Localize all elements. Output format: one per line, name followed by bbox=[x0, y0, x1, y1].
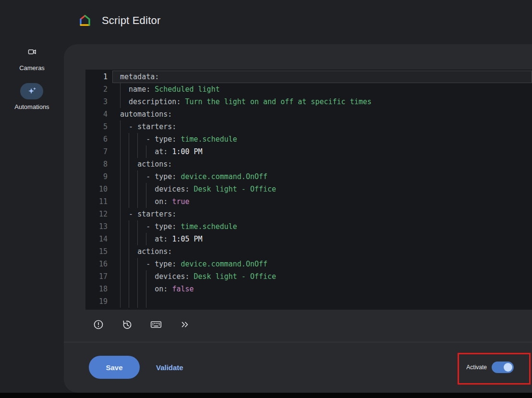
indent-guide bbox=[146, 270, 146, 283]
code-line-text: devices: Desk light - Office bbox=[112, 183, 532, 195]
sidebar-item-label: Cameras bbox=[19, 64, 45, 72]
code-editor[interactable]: 1metadata:2 name: Scheduled light3 descr… bbox=[85, 70, 532, 310]
code-line[interactable]: 14 at: 1:05 PM bbox=[85, 233, 532, 245]
toggle-knob bbox=[504, 363, 512, 372]
indent-guide bbox=[129, 245, 129, 258]
indent-guide bbox=[120, 183, 121, 195]
indent-guide bbox=[120, 121, 121, 133]
footer-divider bbox=[64, 342, 532, 342]
indent-guide bbox=[137, 270, 138, 283]
line-number: 16 bbox=[85, 258, 112, 270]
line-number: 2 bbox=[85, 83, 112, 96]
sidebar-item-automations[interactable]: Automations bbox=[14, 83, 49, 110]
header: Script Editor bbox=[0, 0, 532, 41]
code-line-text: metadata: bbox=[112, 71, 532, 83]
code-line[interactable]: 3 description: Turn the light on and off… bbox=[85, 96, 532, 108]
sparkle-icon bbox=[26, 86, 37, 96]
line-number: 9 bbox=[85, 170, 112, 183]
code-line-text: at: 1:05 PM bbox=[112, 233, 532, 245]
editor-panel: 1metadata:2 name: Scheduled light3 descr… bbox=[64, 44, 532, 393]
line-number: 13 bbox=[85, 220, 112, 233]
indent-guide bbox=[129, 170, 129, 183]
line-number: 3 bbox=[85, 96, 112, 108]
indent-guide bbox=[146, 233, 146, 245]
indent-guide bbox=[137, 133, 138, 145]
sidebar: Cameras Automations bbox=[0, 43, 64, 122]
code-line-text: automations: bbox=[112, 108, 532, 121]
code-line[interactable]: 17 devices: Desk light - Office bbox=[85, 270, 532, 283]
line-number: 1 bbox=[85, 71, 112, 83]
code-line[interactable]: 19 bbox=[85, 295, 532, 308]
active-pill bbox=[20, 83, 43, 99]
code-line[interactable]: 16 - type: device.command.OnOff bbox=[85, 258, 532, 270]
indent-guide bbox=[120, 258, 121, 270]
code-line[interactable]: 5 - starters: bbox=[85, 121, 532, 133]
code-line-text: actions: bbox=[112, 158, 532, 170]
indent-guide bbox=[129, 295, 129, 308]
code-line-text: devices: Desk light - Office bbox=[112, 270, 532, 283]
code-line-text: at: 1:00 PM bbox=[112, 145, 532, 158]
indent-guide bbox=[120, 245, 121, 258]
validate-button[interactable]: Validate bbox=[153, 363, 186, 372]
page-title: Script Editor bbox=[102, 14, 160, 27]
indent-guide bbox=[137, 195, 138, 208]
code-line-text: - starters: bbox=[112, 208, 532, 220]
code-line-text: description: Turn the light on and off a… bbox=[112, 96, 532, 108]
indent-guide bbox=[120, 158, 121, 170]
save-button[interactable]: Save bbox=[89, 356, 140, 379]
code-line[interactable]: 15 actions: bbox=[85, 245, 532, 258]
code-line-text: - starters: bbox=[112, 121, 532, 133]
activate-label: Activate bbox=[466, 364, 487, 371]
sidebar-item-cameras[interactable]: Cameras bbox=[19, 43, 45, 72]
indent-guide bbox=[137, 283, 138, 295]
indent-guide bbox=[120, 270, 121, 283]
activate-group: Activate bbox=[466, 362, 514, 373]
code-line-text: - type: device.command.OnOff bbox=[112, 258, 532, 270]
code-line-text: on: true bbox=[112, 195, 532, 208]
code-line[interactable]: 6 - type: time.schedule bbox=[85, 133, 532, 145]
line-number: 14 bbox=[85, 233, 112, 245]
indent-guide bbox=[120, 195, 121, 208]
indent-guide bbox=[129, 183, 129, 195]
indent-guide bbox=[120, 208, 121, 220]
code-line[interactable]: 12 - starters: bbox=[85, 208, 532, 220]
code-line[interactable]: 1metadata: bbox=[85, 71, 532, 83]
indent-guide bbox=[129, 133, 129, 145]
indent-guide bbox=[129, 220, 129, 233]
code-line[interactable]: 13 - type: time.schedule bbox=[85, 220, 532, 233]
history-icon[interactable] bbox=[121, 318, 134, 331]
code-line-text: - type: time.schedule bbox=[112, 220, 532, 233]
activate-toggle[interactable] bbox=[492, 362, 514, 373]
indent-guide bbox=[146, 183, 146, 195]
indent-guide bbox=[137, 233, 138, 245]
code-line[interactable]: 11 on: true bbox=[85, 195, 532, 208]
indent-guide bbox=[137, 170, 138, 183]
line-number: 5 bbox=[85, 121, 112, 133]
code-line[interactable]: 2 name: Scheduled light bbox=[85, 83, 532, 96]
code-line[interactable]: 4automations: bbox=[85, 108, 532, 121]
line-number: 6 bbox=[85, 133, 112, 145]
code-line[interactable]: 9 - type: device.command.OnOff bbox=[85, 170, 532, 183]
videocam-icon bbox=[27, 43, 37, 60]
more-icon[interactable] bbox=[178, 318, 192, 331]
indent-guide bbox=[120, 83, 121, 96]
code-line[interactable]: 7 at: 1:00 PM bbox=[85, 145, 532, 158]
indent-guide bbox=[120, 145, 121, 158]
code-line[interactable]: 18 on: false bbox=[85, 283, 532, 295]
line-number: 18 bbox=[85, 283, 112, 295]
indent-guide bbox=[129, 283, 129, 295]
problems-icon[interactable] bbox=[92, 318, 105, 331]
code-line-text: name: Scheduled light bbox=[112, 83, 532, 96]
code-line[interactable]: 8 actions: bbox=[85, 158, 532, 170]
keyboard-icon[interactable] bbox=[149, 318, 163, 331]
line-number: 4 bbox=[85, 108, 112, 121]
line-number: 11 bbox=[85, 195, 112, 208]
indent-guide bbox=[120, 96, 121, 108]
indent-guide bbox=[129, 233, 129, 245]
indent-guide bbox=[137, 258, 138, 270]
indent-guide bbox=[120, 233, 121, 245]
indent-guide bbox=[129, 158, 129, 170]
code-line[interactable]: 10 devices: Desk light - Office bbox=[85, 183, 532, 195]
editor-toolbar bbox=[92, 314, 192, 335]
indent-guide bbox=[137, 145, 138, 158]
